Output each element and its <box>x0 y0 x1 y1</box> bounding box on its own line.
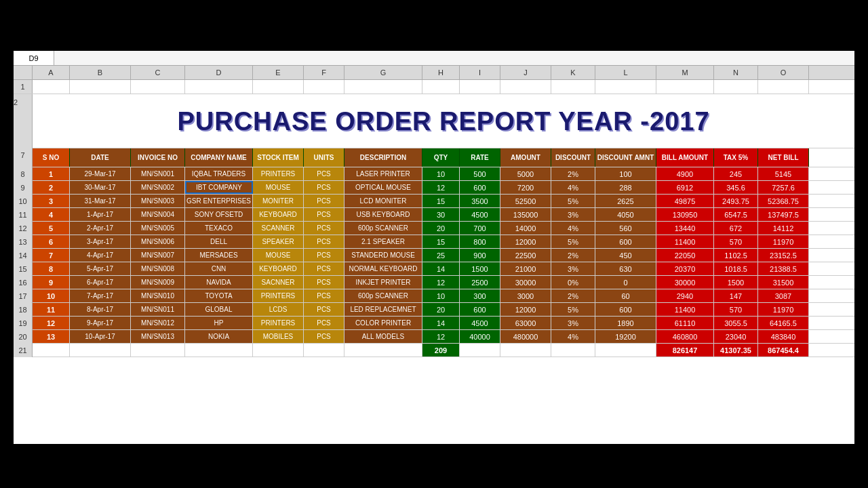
cell-amount-19[interactable]: 63000 <box>500 317 551 329</box>
cell-date-11[interactable]: 1-Apr-17 <box>70 208 131 221</box>
cell-rate-11[interactable]: 4500 <box>460 208 500 221</box>
cell-amount-13[interactable]: 12000 <box>500 235 551 248</box>
cell-amount-15[interactable]: 21000 <box>500 262 551 275</box>
cell-sno-13[interactable]: 6 <box>33 235 70 248</box>
cell-1k[interactable] <box>551 80 595 94</box>
cell-discount-12[interactable]: 4% <box>551 222 595 235</box>
cell-qty-8[interactable]: 10 <box>422 167 460 180</box>
cell-sno-9[interactable]: 2 <box>33 181 70 194</box>
cell-netbill-9[interactable]: 7257.6 <box>758 181 809 194</box>
cell-stockitem-14[interactable]: MOUSE <box>253 249 304 262</box>
header-units[interactable]: UNITS <box>304 148 344 167</box>
cell-stockitem-17[interactable]: PRINTERS <box>253 289 304 302</box>
cell-qty-16[interactable]: 12 <box>422 276 460 289</box>
cell-invoice-13[interactable]: MN/SN006 <box>131 235 185 248</box>
cell-date-8[interactable]: 29-Mar-17 <box>70 167 131 180</box>
cell-netbill-8[interactable]: 5145 <box>758 167 809 180</box>
cell-netbill-13[interactable]: 11970 <box>758 235 809 248</box>
cell-billamnt-8[interactable]: 4900 <box>656 167 714 180</box>
cell-billamnt-20[interactable]: 460800 <box>656 330 714 343</box>
cell-netbill-15[interactable]: 21388.5 <box>758 262 809 275</box>
cell-netbill-17[interactable]: 3087 <box>758 289 809 302</box>
cell-sno-16[interactable]: 9 <box>33 276 70 289</box>
cell-units-8[interactable]: PCS <box>304 167 344 180</box>
cell-qty-20[interactable]: 12 <box>422 330 460 343</box>
cell-tax-18[interactable]: 570 <box>714 303 758 316</box>
cell-desc-20[interactable]: ALL MODELS <box>344 330 422 343</box>
col-header-b[interactable]: B <box>70 66 131 79</box>
total-rate[interactable] <box>460 344 500 357</box>
total-tax[interactable]: 41307.35 <box>714 344 758 357</box>
cell-sno-14[interactable]: 7 <box>33 249 70 262</box>
cell-company-17[interactable]: TOYOTA <box>185 289 253 302</box>
cell-billamnt-10[interactable]: 49875 <box>656 195 714 207</box>
cell-invoice-20[interactable]: MN/SN013 <box>131 330 185 343</box>
cell-invoice-14[interactable]: MN/SN007 <box>131 249 185 262</box>
cell-discount-11[interactable]: 3% <box>551 208 595 221</box>
total-company[interactable] <box>185 344 253 357</box>
cell-qty-19[interactable]: 14 <box>422 317 460 329</box>
cell-amount-18[interactable]: 12000 <box>500 303 551 316</box>
cell-rate-13[interactable]: 800 <box>460 235 500 248</box>
cell-units-17[interactable]: PCS <box>304 289 344 302</box>
cell-netbill-12[interactable]: 14112 <box>758 222 809 235</box>
cell-billamnt-13[interactable]: 11400 <box>656 235 714 248</box>
cell-stockitem-11[interactable]: KEYBOARD <box>253 208 304 221</box>
cell-company-20[interactable]: NOKIA <box>185 330 253 343</box>
cell-qty-14[interactable]: 25 <box>422 249 460 262</box>
cell-tax-15[interactable]: 1018.5 <box>714 262 758 275</box>
cell-sno-15[interactable]: 8 <box>33 262 70 275</box>
cell-discamnt-10[interactable]: 2625 <box>595 195 656 207</box>
cell-tax-14[interactable]: 1102.5 <box>714 249 758 262</box>
cell-date-14[interactable]: 4-Apr-17 <box>70 249 131 262</box>
col-header-c[interactable]: C <box>131 66 185 79</box>
cell-1i[interactable] <box>460 80 500 94</box>
cell-stockitem-10[interactable]: MONITER <box>253 195 304 207</box>
total-units[interactable] <box>304 344 344 357</box>
cell-company-18[interactable]: GLOBAL <box>185 303 253 316</box>
cell-desc-17[interactable]: 600p SCANNER <box>344 289 422 302</box>
cell-amount-14[interactable]: 22500 <box>500 249 551 262</box>
cell-qty-11[interactable]: 30 <box>422 208 460 221</box>
cell-discamnt-18[interactable]: 600 <box>595 303 656 316</box>
total-sno[interactable] <box>33 344 70 357</box>
total-date[interactable] <box>70 344 131 357</box>
cell-desc-19[interactable]: COLOR PRINTER <box>344 317 422 329</box>
cell-1l[interactable] <box>595 80 656 94</box>
cell-date-20[interactable]: 10-Apr-17 <box>70 330 131 343</box>
cell-rate-10[interactable]: 3500 <box>460 195 500 207</box>
cell-stockitem-20[interactable]: MOBILES <box>253 330 304 343</box>
cell-discamnt-11[interactable]: 4050 <box>595 208 656 221</box>
cell-stockitem-12[interactable]: SCANNER <box>253 222 304 235</box>
cell-billamnt-11[interactable]: 130950 <box>656 208 714 221</box>
total-desc[interactable] <box>344 344 422 357</box>
cell-company-12[interactable]: TEXACO <box>185 222 253 235</box>
cell-netbill-14[interactable]: 23152.5 <box>758 249 809 262</box>
cell-sno-8[interactable]: 1 <box>33 167 70 180</box>
cell-amount-20[interactable]: 480000 <box>500 330 551 343</box>
cell-sno-20[interactable]: 13 <box>33 330 70 343</box>
cell-discamnt-20[interactable]: 19200 <box>595 330 656 343</box>
cell-tax-20[interactable]: 23040 <box>714 330 758 343</box>
cell-invoice-11[interactable]: MN/SN004 <box>131 208 185 221</box>
cell-amount-12[interactable]: 14000 <box>500 222 551 235</box>
cell-desc-13[interactable]: 2.1 SPEAKER <box>344 235 422 248</box>
cell-discount-19[interactable]: 3% <box>551 317 595 329</box>
cell-invoice-19[interactable]: MN/SN012 <box>131 317 185 329</box>
cell-date-13[interactable]: 3-Apr-17 <box>70 235 131 248</box>
cell-invoice-12[interactable]: MN/SN005 <box>131 222 185 235</box>
cell-units-13[interactable]: PCS <box>304 235 344 248</box>
cell-company-13[interactable]: DELL <box>185 235 253 248</box>
cell-billamnt-17[interactable]: 2940 <box>656 289 714 302</box>
cell-qty-13[interactable]: 15 <box>422 235 460 248</box>
cell-sno-19[interactable]: 12 <box>33 317 70 329</box>
cell-units-18[interactable]: PCS <box>304 303 344 316</box>
header-netbill[interactable]: NET BILL <box>758 148 809 167</box>
cell-netbill-11[interactable]: 137497.5 <box>758 208 809 221</box>
total-stockitem[interactable] <box>253 344 304 357</box>
header-company[interactable]: COMPANY NAME <box>185 148 253 167</box>
cell-amount-10[interactable]: 52500 <box>500 195 551 207</box>
col-header-k[interactable]: K <box>551 66 595 79</box>
col-header-h[interactable]: H <box>422 66 460 79</box>
cell-stockitem-18[interactable]: LCDS <box>253 303 304 316</box>
